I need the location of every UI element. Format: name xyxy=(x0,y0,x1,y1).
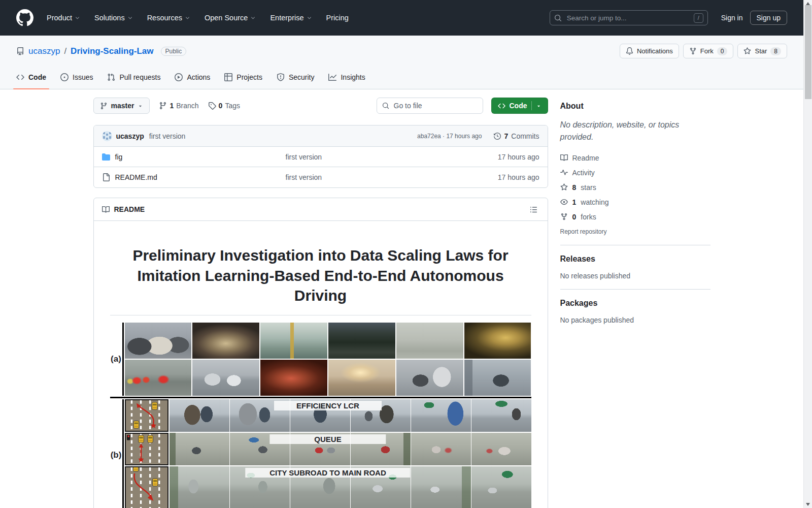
outline-button[interactable] xyxy=(528,204,539,215)
vertical-scrollbar[interactable] xyxy=(803,0,812,508)
button-divider xyxy=(531,101,532,110)
star-button[interactable]: Star 8 xyxy=(737,44,787,58)
repo-icon xyxy=(16,47,24,55)
avatar[interactable] xyxy=(102,131,112,141)
branch-word: Branch xyxy=(176,102,198,110)
watching-link[interactable]: 1 watching xyxy=(560,195,710,209)
forks-link[interactable]: 0 forks xyxy=(560,209,710,224)
item-label: watching xyxy=(581,198,608,206)
main-container: master 1 Branch 0 Tags xyxy=(93,89,710,508)
go-to-file-input[interactable] xyxy=(393,101,478,110)
releases-empty-text: No releases published xyxy=(560,272,710,280)
code-button-label: Code xyxy=(510,102,527,110)
tab-insights[interactable]: Insights xyxy=(321,66,372,89)
repo-name-link[interactable]: Driving-Scaling-Law xyxy=(71,46,153,56)
file-name-link[interactable]: README.md xyxy=(115,173,157,181)
tab-label: Insights xyxy=(341,73,365,81)
branch-selector[interactable]: master xyxy=(93,98,150,114)
subrow-queue: QUEUE xyxy=(125,433,531,465)
file-name-link[interactable]: fig xyxy=(115,153,123,161)
releases-section: Releases No releases published xyxy=(560,245,710,280)
code-icon xyxy=(16,73,24,81)
search-icon xyxy=(382,102,389,109)
lane-change-diagram xyxy=(125,399,168,432)
tab-code[interactable]: Code xyxy=(9,66,53,89)
scene-photo xyxy=(170,399,229,432)
readme-link[interactable]: Readme xyxy=(560,150,710,165)
tags-link[interactable]: 0 Tags xyxy=(208,102,240,110)
figure-caption: CITY SUBROAD TO MAIN ROAD xyxy=(245,468,410,478)
book-icon xyxy=(102,206,110,213)
file-row[interactable]: README.md first version 17 hours ago xyxy=(94,167,548,187)
tab-issues[interactable]: Issues xyxy=(53,66,100,89)
scene-photo xyxy=(471,466,531,508)
stars-link[interactable]: 8 stars xyxy=(560,180,710,195)
github-repo-page: Product Solutions Resources Open Source … xyxy=(0,0,803,508)
file-commit-message[interactable]: first version xyxy=(286,153,498,161)
code-icon xyxy=(498,102,505,110)
scroll-down-arrow[interactable] xyxy=(806,503,810,506)
nav-label: Product xyxy=(47,14,72,22)
commit-sha-time[interactable]: aba72ea · 17 hours ago xyxy=(417,133,482,140)
sign-up-button[interactable]: Sign up xyxy=(750,11,787,25)
notifications-button[interactable]: Notifications xyxy=(620,44,679,58)
tab-actions[interactable]: Actions xyxy=(167,66,217,89)
scene-photo xyxy=(396,323,463,359)
commit-history-link[interactable]: 7 Commits xyxy=(494,132,539,140)
tab-security[interactable]: Security xyxy=(269,66,322,89)
nav-item-pricing[interactable]: Pricing xyxy=(326,14,349,22)
nav-item-solutions[interactable]: Solutions xyxy=(94,14,133,22)
search-icon xyxy=(554,14,562,22)
star-label: Star xyxy=(755,47,767,55)
packages-section: Packages No packages published xyxy=(560,289,710,324)
repo-actions: Notifications Fork 0 Star 8 xyxy=(620,44,787,58)
activity-link[interactable]: Activity xyxy=(560,165,710,180)
star-icon xyxy=(743,47,751,55)
fork-button[interactable]: Fork 0 xyxy=(683,44,734,58)
visibility-badge: Public xyxy=(161,47,187,56)
scrollbar-thumb[interactable] xyxy=(805,5,811,99)
scene-photo-grid xyxy=(124,323,531,396)
github-logo-icon[interactable] xyxy=(16,9,33,26)
file-commit-message[interactable]: first version xyxy=(286,173,498,181)
code-dropdown-button[interactable]: Code xyxy=(491,98,548,114)
packages-title: Packages xyxy=(560,299,710,308)
search-input[interactable] xyxy=(566,14,690,22)
fork-count: 0 xyxy=(717,47,728,55)
scene-photo xyxy=(170,433,229,465)
file-commit-time: 17 hours ago xyxy=(498,173,539,181)
tab-pull-requests[interactable]: Pull requests xyxy=(100,66,167,89)
nav-label: Open Source xyxy=(205,14,248,22)
nav-item-open-source[interactable]: Open Source xyxy=(205,14,256,22)
commit-message-link[interactable]: first version xyxy=(149,132,186,140)
report-repository-link[interactable]: Report repository xyxy=(560,228,607,235)
nav-label: Resources xyxy=(147,14,182,22)
repo-owner-link[interactable]: ucaszyp xyxy=(28,46,60,56)
book-icon xyxy=(560,154,568,162)
repo-header-band: ucaszyp / Driving-Scaling-Law Public Not… xyxy=(0,36,803,89)
branches-link[interactable]: 1 Branch xyxy=(159,102,198,110)
eye-icon xyxy=(560,198,568,206)
scene-photo xyxy=(411,433,471,465)
global-search[interactable]: / xyxy=(550,10,708,25)
file-row[interactable]: fig first version 17 hours ago xyxy=(94,147,548,167)
figure-row-a: (a) xyxy=(110,323,531,396)
nav-item-enterprise[interactable]: Enterprise xyxy=(270,14,312,22)
scene-photo xyxy=(396,360,463,396)
figure-caption: EFFICIENCY LCR xyxy=(274,401,382,410)
subrow-efficiency-lcr: EFFICIENCY LCR xyxy=(125,399,531,432)
sign-in-link[interactable]: Sign in xyxy=(721,14,743,22)
scene-photo xyxy=(125,360,192,396)
nav-item-product[interactable]: Product xyxy=(47,14,80,22)
tab-projects[interactable]: Projects xyxy=(217,66,269,89)
commit-word: Commits xyxy=(511,132,539,140)
star-count: 8 xyxy=(770,47,781,55)
commit-author-link[interactable]: ucaszyp xyxy=(116,132,144,140)
nav-item-resources[interactable]: Resources xyxy=(147,14,190,22)
readme-article-title: Preliminary Investigation into Data Scal… xyxy=(110,245,531,315)
scene-photo xyxy=(464,360,531,396)
readme-header: README xyxy=(94,198,548,221)
search-shortcut-hint: / xyxy=(694,13,703,23)
readme-section: README Preliminary Investigation into Da… xyxy=(93,198,548,508)
bell-icon xyxy=(626,47,633,55)
